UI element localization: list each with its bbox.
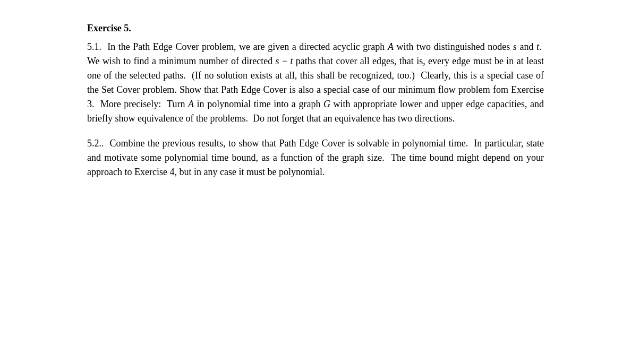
page-content: Exercise 5. 5.1. In the Path Edge Cover … xyxy=(76,0,555,211)
paragraph-52: 5.2.. Combine the previous results, to s… xyxy=(87,136,544,179)
exercise-title: Exercise 5. xyxy=(87,21,544,36)
paragraph-51: 5.1. In the Path Edge Cover problem, we … xyxy=(87,40,544,126)
exercise-body: 5.1. In the Path Edge Cover problem, we … xyxy=(87,40,544,179)
